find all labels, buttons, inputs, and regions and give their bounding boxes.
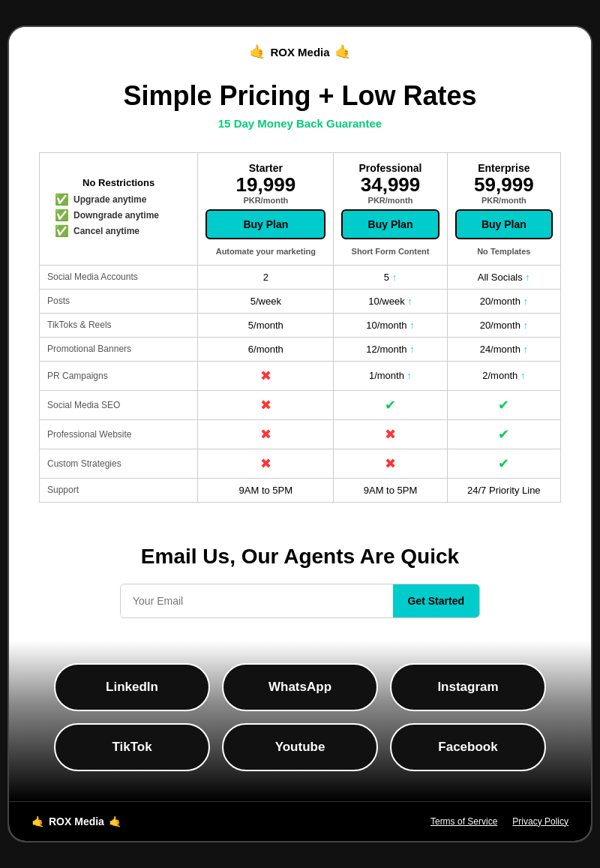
check-icon-3: ✅ <box>55 224 69 238</box>
social-grid: LinkedInWhatsAppInstagramTikTokYoutubeFa… <box>54 663 546 771</box>
social-button-facebook[interactable]: Facebook <box>390 723 546 771</box>
email-heading: Email Us, Our Agents Are Quick <box>39 545 561 569</box>
table-row: Social Media Accounts25 ↑All Socials ↑ <box>40 265 561 289</box>
check-icon: ✔ <box>498 456 509 471</box>
up-arrow-icon: ↑ <box>520 370 526 381</box>
up-arrow-icon: ↑ <box>410 344 415 355</box>
social-button-whatsapp[interactable]: WhatsApp <box>222 663 378 711</box>
table-cell: 9AM to 5PM <box>198 478 334 502</box>
enterprise-buy-button[interactable]: Buy Plan <box>455 209 553 239</box>
hand-left-icon: 🤙 <box>249 44 266 60</box>
up-arrow-icon: ↑ <box>410 320 415 331</box>
table-cell: 12/month ↑ <box>334 337 447 361</box>
no-restrictions-title: No Restrictions <box>55 177 182 188</box>
restriction-label-1: Upgrade anytime <box>74 194 146 205</box>
email-section: Email Us, Our Agents Are Quick Get Start… <box>9 518 591 641</box>
x-icon: ✖ <box>260 398 272 413</box>
header: 🤙 ROX Media 🤙 <box>9 27 591 68</box>
table-cell: ✖ <box>198 449 334 478</box>
table-row: TikToks & Reels5/month10/month ↑20/month… <box>40 313 561 337</box>
professional-currency: PKR/month <box>341 196 439 205</box>
table-cell: ✔ <box>447 390 560 419</box>
row-label: TikToks & Reels <box>40 313 198 337</box>
brand-logo: 🤙 ROX Media 🤙 <box>24 44 576 60</box>
get-started-button[interactable]: Get Started <box>393 584 479 617</box>
table-cell: 10/week ↑ <box>334 289 447 313</box>
enterprise-price: 59,999 <box>455 174 553 196</box>
starter-price: 19,999 <box>206 174 326 196</box>
row-label: Custom Strategies <box>40 449 198 478</box>
social-button-instagram[interactable]: Instagram <box>390 663 546 711</box>
table-row: Social Media SEO✖✔✔ <box>40 390 561 419</box>
table-cell: All Socials ↑ <box>447 265 560 289</box>
table-row: Support9AM to 5PM9AM to 5PM24/7 Priority… <box>40 478 561 502</box>
table-cell: 20/month ↑ <box>447 289 560 313</box>
up-arrow-icon: ↑ <box>523 296 528 307</box>
up-arrow-icon: ↑ <box>523 344 528 355</box>
table-cell: 9AM to 5PM <box>334 478 447 502</box>
social-button-tiktok[interactable]: TikTok <box>54 723 210 771</box>
table-cell: 5 ↑ <box>334 265 447 289</box>
check-icon-2: ✅ <box>55 209 69 222</box>
social-button-youtube[interactable]: Youtube <box>222 723 378 771</box>
check-icon: ✔ <box>385 398 396 413</box>
footer: 🤙 ROX Media 🤙 Terms of ServicePrivacy Po… <box>9 801 591 841</box>
footer-brand-name: ROX Media <box>49 815 104 827</box>
email-input[interactable] <box>121 584 393 617</box>
plan-header-starter: Starter 19,999 PKR/month Buy Plan Automa… <box>198 153 334 266</box>
footer-link-terms-of-service[interactable]: Terms of Service <box>430 816 497 827</box>
x-icon: ✖ <box>260 427 272 442</box>
enterprise-desc: No Templates <box>455 247 553 256</box>
table-cell: 1/month ↑ <box>334 361 447 390</box>
table-cell: ✔ <box>447 449 560 478</box>
table-cell: 20/month ↑ <box>447 313 560 337</box>
table-cell: 2/month ↑ <box>447 361 560 390</box>
footer-link-privacy-policy[interactable]: Privacy Policy <box>512 816 568 827</box>
starter-desc: Automate your marketing <box>206 247 326 256</box>
table-cell: 5/week <box>198 289 334 313</box>
table-cell: 6/month <box>198 337 334 361</box>
starter-buy-button[interactable]: Buy Plan <box>206 209 326 239</box>
row-label: Professional Website <box>40 419 198 449</box>
hero-section: Simple Pricing + Low Rates 15 Day Money … <box>9 68 591 137</box>
social-section: LinkedInWhatsAppInstagramTikTokYoutubeFa… <box>9 641 591 801</box>
table-cell: ✖ <box>198 419 334 449</box>
plan-header-enterprise: Enterprise 59,999 PKR/month Buy Plan No … <box>447 153 560 266</box>
restriction-label-3: Cancel anytime <box>74 226 140 236</box>
enterprise-name: Enterprise <box>455 162 553 174</box>
up-arrow-icon: ↑ <box>407 370 412 381</box>
footer-hand-right-icon: 🤙 <box>109 815 122 827</box>
hand-right-icon: 🤙 <box>334 44 351 60</box>
professional-name: Professional <box>341 162 439 174</box>
up-arrow-icon: ↑ <box>407 296 412 307</box>
restriction-item-2: ✅ Downgrade anytime <box>55 209 182 222</box>
professional-desc: Short Form Content <box>341 247 439 256</box>
plan-header-professional: Professional 34,999 PKR/month Buy Plan S… <box>334 153 447 266</box>
table-cell: 5/month <box>198 313 334 337</box>
email-form: Get Started <box>120 584 480 618</box>
guarantee-text: 15 Day Money Back Guarantee <box>24 117 576 130</box>
enterprise-currency: PKR/month <box>455 196 553 205</box>
restriction-item-1: ✅ Upgrade anytime <box>55 193 182 206</box>
x-icon: ✖ <box>260 368 272 383</box>
x-icon: ✖ <box>385 427 396 442</box>
up-arrow-icon: ↑ <box>392 272 398 283</box>
table-cell: ✖ <box>198 390 334 419</box>
professional-buy-button[interactable]: Buy Plan <box>341 209 439 239</box>
row-label: Support <box>40 478 198 502</box>
pricing-section: No Restrictions ✅ Upgrade anytime ✅ Down… <box>9 137 591 518</box>
table-cell: 24/7 Priority Line <box>447 478 560 502</box>
up-arrow-icon: ↑ <box>525 272 530 283</box>
footer-hand-left-icon: 🤙 <box>32 815 44 827</box>
footer-brand: 🤙 ROX Media 🤙 <box>32 815 122 827</box>
table-cell: ✔ <box>447 419 560 449</box>
table-row: PR Campaigns✖1/month ↑2/month ↑ <box>40 361 561 390</box>
social-button-linkedin[interactable]: LinkedIn <box>54 663 210 711</box>
x-icon: ✖ <box>260 456 272 471</box>
table-row: Posts5/week10/week ↑20/month ↑ <box>40 289 561 313</box>
table-row: Promotional Banners6/month12/month ↑24/m… <box>40 337 561 361</box>
restriction-label-2: Downgrade anytime <box>74 210 159 221</box>
starter-currency: PKR/month <box>206 196 326 205</box>
professional-price: 34,999 <box>341 174 439 196</box>
hero-title: Simple Pricing + Low Rates <box>24 81 576 111</box>
